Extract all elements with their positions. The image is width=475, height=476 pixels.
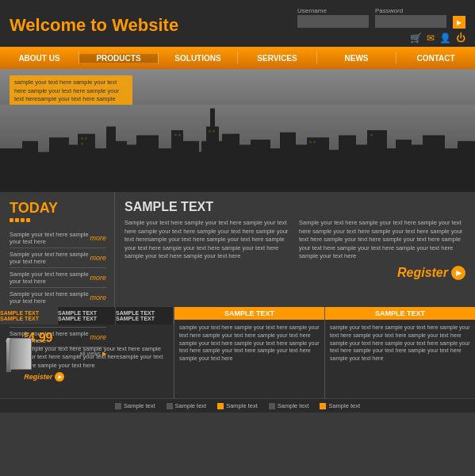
main-col-1: Sample your text here sample your text h… — [124, 219, 291, 261]
header-right: Username Password 🛒 ✉ 👤 ⏻ — [297, 6, 465, 44]
nav-services[interactable]: Services — [238, 54, 316, 63]
panel-2-content: sample your text here sample your text h… — [325, 320, 475, 398]
tab-2[interactable]: SAMPLE TEXT SAMPLE TEXT — [58, 307, 116, 324]
password-label: Password — [375, 7, 446, 14]
mail-icon[interactable]: ✉ — [427, 33, 435, 44]
svg-rect-45 — [313, 141, 316, 144]
sidebar-title: TODAY — [10, 200, 106, 217]
bottom-panel-1: SAMPLE TEXT sample your text here sample… — [174, 307, 325, 398]
bottom-section: SAMPLE TEXT SAMPLE TEXT SAMPLE TEXT SAMP… — [0, 307, 475, 398]
main-col-2: Sample your text here sample your text h… — [299, 219, 465, 261]
legend-item-3: Sample text — [217, 402, 258, 409]
username-label: Username — [297, 7, 369, 14]
tab-1[interactable]: SAMPLE TEXT SAMPLE TEXT — [0, 307, 58, 324]
panel-1-title: SAMPLE TEXT — [174, 307, 324, 320]
user-icon[interactable]: 👤 — [439, 33, 451, 44]
title-start: Welcome to — [10, 15, 112, 35]
bottom-panel-2: SAMPLE TEXT sample your text here sample… — [325, 307, 475, 398]
panel-1-content: sample your text here sample your text h… — [174, 320, 324, 398]
header-icon-row: 🛒 ✉ 👤 ⏻ — [297, 33, 465, 44]
bottom-right-panels: SAMPLE TEXT sample your text here sample… — [174, 307, 475, 398]
header: Welcome to Website Username Password 🛒 ✉… — [0, 0, 475, 47]
navbar: About Us Products Solutions Services New… — [0, 47, 475, 69]
product-book-icon — [6, 338, 17, 374]
product-register-link[interactable]: Register ▶ — [24, 372, 167, 382]
legend-bar: Sample text Sample text Sample text Samp… — [0, 398, 475, 413]
more-link-4[interactable]: more — [90, 294, 106, 301]
svg-rect-36 — [0, 178, 475, 192]
product-price: $4.99 — [24, 331, 167, 345]
more-link-1[interactable]: more — [90, 234, 106, 242]
username-group: Username — [297, 7, 369, 28]
legend-sq-5 — [320, 403, 326, 409]
login-button[interactable] — [453, 16, 465, 29]
login-fields: Username Password — [297, 6, 465, 29]
list-item-text: Sample your text here sample your text h… — [10, 251, 90, 265]
list-item-text: Sample your text here sample your text h… — [10, 271, 90, 285]
book-front — [10, 338, 32, 370]
city-skyline — [0, 105, 475, 192]
legend-sq-2 — [167, 403, 173, 409]
password-input[interactable] — [375, 15, 446, 28]
legend-label-1: Sample text — [124, 402, 155, 409]
register-button[interactable]: Register ▶ — [397, 266, 465, 280]
more-link-3[interactable]: more — [90, 274, 106, 282]
more-link-2[interactable]: more — [90, 254, 106, 262]
legend-item-2: Sample text — [167, 402, 207, 409]
list-item: Sample your text here sample your text h… — [10, 228, 106, 248]
dot-2 — [15, 218, 19, 222]
power-icon[interactable]: ⏻ — [456, 33, 465, 44]
list-item-text: Sample your text here sample your text h… — [10, 290, 90, 305]
svg-rect-38 — [85, 137, 87, 140]
nav-news[interactable]: News — [317, 54, 396, 63]
dot-4 — [26, 218, 30, 222]
dot-1 — [10, 218, 13, 222]
content-section: TODAY Sample your text here sample your … — [0, 192, 475, 307]
play-circle-icon: ▶ — [451, 266, 465, 280]
legend-item-5: Sample text — [320, 402, 360, 409]
main-columns: Sample your text here sample your text h… — [124, 219, 465, 261]
legend-label-3: Sample text — [226, 402, 258, 409]
sidebar-dots — [10, 218, 106, 222]
sidebar: TODAY Sample your text here sample your … — [0, 192, 115, 307]
col2-text: Sample your text here sample your text h… — [299, 219, 462, 259]
col1-text: Sample your text here sample your text h… — [124, 219, 288, 259]
list-item: Sample your text here sample your text h… — [10, 288, 106, 308]
bottom-tabs: SAMPLE TEXT SAMPLE TEXT SAMPLE TEXT SAMP… — [0, 307, 174, 324]
main-content: SAMPLE TEXT Sample your text here sample… — [115, 192, 475, 307]
site-title: Welcome to Website — [10, 15, 178, 36]
username-input[interactable] — [297, 15, 369, 28]
password-group: Password — [375, 7, 446, 28]
legend-sq-1 — [115, 403, 121, 409]
legend-sq-4 — [269, 403, 275, 409]
nav-solutions[interactable]: Solutions — [159, 54, 237, 63]
nav-about[interactable]: About Us — [0, 54, 79, 63]
legend-label-4: Sample text — [278, 402, 309, 409]
svg-rect-39 — [81, 143, 83, 145]
tab-3[interactable]: SAMPLE TEXT SAMPLE TEXT — [116, 307, 174, 324]
main-section-title: SAMPLE TEXT — [124, 200, 465, 214]
hero-section: sample your text here sample your text h… — [0, 69, 475, 192]
legend-sq-3 — [217, 403, 224, 409]
svg-rect-42 — [209, 130, 211, 132]
product-area: $4.99 sample your text here sample your … — [0, 324, 174, 388]
legend-item-1: Sample text — [115, 402, 155, 409]
svg-rect-43 — [213, 130, 215, 132]
list-item: Sample your text here sample your text h… — [10, 248, 106, 268]
product-info: $4.99 sample your text here sample your … — [24, 331, 167, 382]
svg-rect-41 — [178, 134, 181, 136]
register-label: Register — [397, 266, 448, 280]
title-highlight: Website — [112, 15, 178, 35]
bottom-left: SAMPLE TEXT SAMPLE TEXT SAMPLE TEXT SAMP… — [0, 307, 174, 398]
register-row: Register ▶ — [124, 266, 465, 280]
legend-item-4: Sample text — [269, 402, 309, 409]
nav-contact[interactable]: Contact — [396, 54, 475, 63]
panel-2-title: SAMPLE TEXT — [325, 307, 475, 320]
legend-label-2: Sample text — [175, 402, 207, 409]
cart-icon[interactable]: 🛒 — [410, 33, 422, 44]
svg-rect-40 — [174, 134, 177, 136]
dot-3 — [21, 218, 25, 222]
product-description: sample your text here sample your text h… — [24, 345, 167, 369]
nav-products[interactable]: Products — [79, 54, 158, 63]
mini-play-icon: ▶ — [55, 372, 64, 382]
